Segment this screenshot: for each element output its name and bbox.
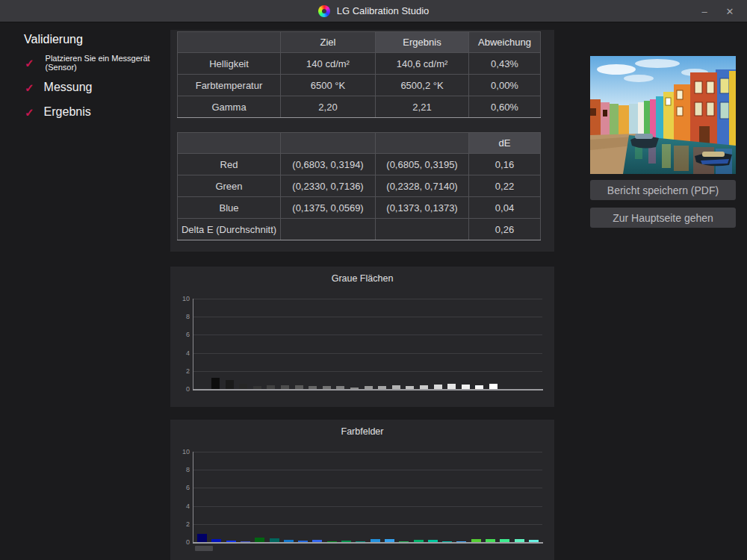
table-row: Farbtemperatur6500 °K6500,2 °K0,00% xyxy=(178,75,541,96)
wizard-sidebar: Validierung ✓ Platzieren Sie ein Messger… xyxy=(0,22,170,560)
bar xyxy=(281,385,289,389)
table-header-cell xyxy=(281,133,376,154)
bar xyxy=(529,540,539,542)
bar xyxy=(406,386,414,389)
table-cell: Gamma xyxy=(178,96,281,118)
step-measurement: ✓ Messung xyxy=(25,81,93,94)
bar xyxy=(253,386,261,389)
step-label: Messung xyxy=(44,81,93,94)
table-header-cell: dE xyxy=(469,133,541,154)
step-label: Platzieren Sie ein Messgerät (Sensor) xyxy=(46,54,170,72)
y-axis-tick-label: 8 xyxy=(173,313,190,320)
gridline xyxy=(193,353,542,354)
table-header-cell xyxy=(178,133,281,154)
table-cell: 2,21 xyxy=(376,96,469,118)
table-cell: (0,1373, 0,1373) xyxy=(376,197,469,219)
table-cell: 0,22 xyxy=(469,175,541,197)
table-cell: 6500,2 °K xyxy=(376,75,469,96)
y-axis-tick-label: 2 xyxy=(173,520,190,528)
bar xyxy=(226,541,236,542)
bar xyxy=(298,541,308,542)
table-cell: (0,6803, 0,3194) xyxy=(281,154,376,175)
chart-title: Graue Flächen xyxy=(170,273,554,284)
bar xyxy=(309,386,317,389)
x-axis-label-smudge xyxy=(195,546,213,551)
title-bar: LG Calibration Studio – ✕ xyxy=(0,0,747,22)
bar xyxy=(489,384,498,389)
table-cell xyxy=(376,219,469,240)
table-header-cell xyxy=(376,133,469,154)
minimize-button[interactable]: – xyxy=(693,0,716,22)
y-axis-tick-label: 10 xyxy=(173,295,190,302)
bar xyxy=(515,539,524,542)
table-cell: 0,26 xyxy=(469,219,541,240)
bar xyxy=(420,385,428,389)
chart-color-patches: Farbfelder 0246810 xyxy=(170,420,554,560)
table-row: Green(0,2330, 0,7136)(0,2328, 0,7140)0,2… xyxy=(178,175,541,197)
check-icon: ✓ xyxy=(25,82,34,93)
gridline xyxy=(193,524,542,525)
bar xyxy=(486,539,495,542)
table-cell: 0,00% xyxy=(469,75,541,96)
step-place-sensor: ✓ Platzieren Sie ein Messgerät (Sensor) xyxy=(25,54,170,72)
table-cell: (0,2330, 0,7136) xyxy=(281,175,376,197)
bar xyxy=(378,386,386,389)
bar xyxy=(255,538,264,542)
bar xyxy=(462,385,470,389)
gridline xyxy=(193,299,542,299)
bar xyxy=(211,539,221,542)
y-axis-tick-label: 4 xyxy=(173,503,190,510)
bar xyxy=(270,538,279,542)
gridline xyxy=(193,452,542,452)
bar xyxy=(211,378,220,389)
gridline xyxy=(193,317,542,317)
check-icon: ✓ xyxy=(25,107,34,118)
table-header-row: dE xyxy=(178,133,541,154)
table-header-cell: Ziel xyxy=(281,32,376,53)
bar xyxy=(327,541,337,542)
close-button[interactable]: ✕ xyxy=(719,0,741,22)
gridline xyxy=(193,488,542,488)
table-cell: 0,43% xyxy=(469,53,541,75)
save-report-pdf-button[interactable]: Bericht speichern (PDF) xyxy=(590,180,736,200)
bar xyxy=(239,384,247,389)
table-row: Delta E (Durchschnitt)0,26 xyxy=(178,219,541,240)
table-header-cell xyxy=(178,32,281,53)
bar xyxy=(341,541,351,542)
bar xyxy=(226,380,234,389)
check-icon: ✓ xyxy=(25,57,34,69)
bar xyxy=(295,385,303,389)
bar xyxy=(471,539,481,542)
table-row: Red(0,6803, 0,3194)(0,6805, 0,3195)0,16 xyxy=(178,154,541,175)
table-cell xyxy=(281,219,376,240)
bar xyxy=(241,541,250,542)
table-header-row: ZielErgebnisAbweichung xyxy=(178,32,541,53)
table-cell: 0,60% xyxy=(469,96,541,118)
bar xyxy=(428,540,438,542)
bar xyxy=(399,541,409,542)
bar xyxy=(434,385,442,389)
table-cell: Delta E (Durchschnitt) xyxy=(178,219,281,240)
table-header-cell: Ergebnis xyxy=(376,32,469,53)
bar xyxy=(267,385,275,389)
chart-plot-area: 0246810 xyxy=(193,299,542,389)
y-axis-tick-label: 10 xyxy=(173,448,190,455)
y-axis-tick-label: 6 xyxy=(173,484,190,491)
table-cell: 140,6 cd/m² xyxy=(376,53,469,75)
bar xyxy=(197,534,207,542)
table-cell: Farbtemperatur xyxy=(178,75,281,96)
table-cell: (0,2328, 0,7140) xyxy=(376,175,469,197)
table-cell: 0,04 xyxy=(469,197,541,219)
table-row: Blue(0,1375, 0,0569)(0,1373, 0,1373)0,04 xyxy=(178,197,541,219)
bar xyxy=(323,386,331,389)
y-axis-tick-label: 0 xyxy=(173,385,190,393)
gridline xyxy=(193,371,542,372)
gridline xyxy=(193,470,542,470)
table-cell: (0,1375, 0,0569) xyxy=(281,197,376,219)
gridline xyxy=(193,335,542,335)
go-to-main-page-button[interactable]: Zur Hauptseite gehen xyxy=(590,208,736,228)
bar xyxy=(500,539,509,542)
table-cell: Green xyxy=(178,175,281,197)
bar xyxy=(414,540,424,542)
table-cell: (0,6805, 0,3195) xyxy=(376,154,469,175)
